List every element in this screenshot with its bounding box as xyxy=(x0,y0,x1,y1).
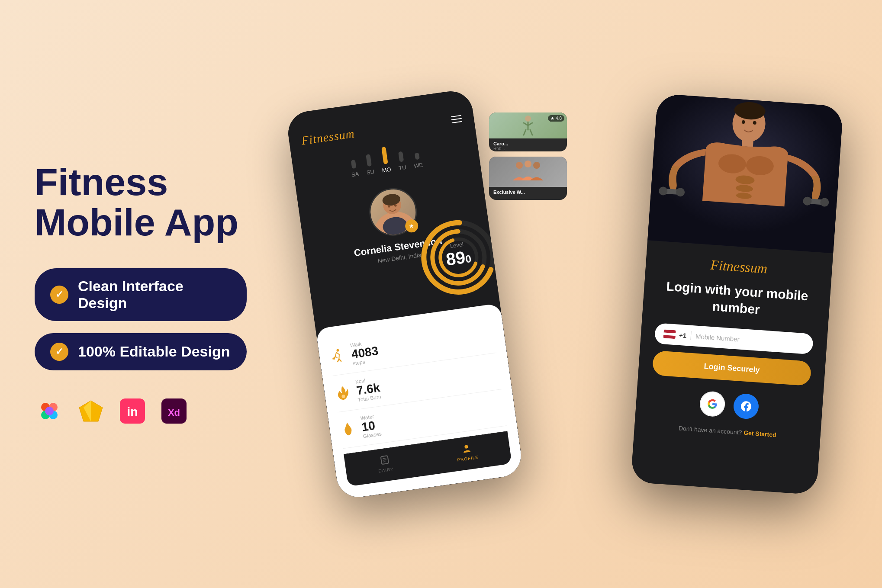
feature-label-1: Clean Interface Design xyxy=(78,278,231,312)
svg-point-33 xyxy=(525,116,531,122)
hamburger-line-1 xyxy=(451,115,461,117)
hamburger-line-3 xyxy=(452,121,462,123)
exclusive-title: Exclusive W... xyxy=(493,190,525,195)
week-tab-sa[interactable]: SA xyxy=(349,159,359,178)
profile-nav-icon xyxy=(460,441,473,455)
feature-badge-2: 100% Editable Design xyxy=(35,333,247,370)
day-label-we: WE xyxy=(413,161,423,169)
water-icon xyxy=(339,420,357,438)
tools-row: in Xd xyxy=(35,396,260,426)
tab-bar-mo xyxy=(381,146,388,164)
dairy-nav-icon xyxy=(378,453,392,467)
walk-icon xyxy=(329,347,347,365)
check-icon-1 xyxy=(50,286,68,304)
progress-ring-area: Level 890 xyxy=(409,208,507,306)
svg-line-31 xyxy=(383,461,385,462)
google-login-button[interactable] xyxy=(699,390,726,417)
svg-point-34 xyxy=(516,162,523,169)
app-title-line2: Mobile App xyxy=(35,201,238,244)
day-label-tu: TU xyxy=(398,164,406,171)
svg-line-30 xyxy=(383,459,386,460)
week-tab-we[interactable]: WE xyxy=(412,152,423,169)
tab-bar-tu xyxy=(398,151,404,162)
nav-item-profile[interactable]: PROFILE xyxy=(455,441,479,463)
check-icon-2 xyxy=(50,343,68,361)
week-tab-su[interactable]: SU xyxy=(364,154,375,176)
page-wrapper: Fitness Mobile App Clean Interface Desig… xyxy=(0,0,882,588)
phone-front-content: Fitnessum Login with your mobile number … xyxy=(631,93,843,495)
svg-rect-39 xyxy=(742,137,753,147)
svg-line-29 xyxy=(383,458,386,458)
login-content: Fitnessum Login with your mobile number … xyxy=(634,240,833,453)
svg-point-26 xyxy=(336,349,339,352)
social-login-row xyxy=(649,387,809,423)
xd-icon: Xd xyxy=(159,396,189,426)
workout-card-img-2 xyxy=(489,157,567,187)
dairy-nav-label: DAIRY xyxy=(378,466,394,473)
fire-icon xyxy=(334,384,352,402)
level-display: Level 890 xyxy=(444,240,473,269)
svg-point-32 xyxy=(464,445,468,449)
input-divider xyxy=(690,331,691,340)
workout-card-info-1: Caro... Rob... xyxy=(489,138,567,151)
workout-card-1: ★ 4.8 Caro... Rob... xyxy=(489,112,567,151)
phones-area: Fitnessum SA SU xyxy=(277,35,847,554)
feature-label-2: 100% Editable Design xyxy=(78,343,230,360)
week-tab-tu[interactable]: TU xyxy=(396,151,406,171)
phone-input-row[interactable]: +1 Mobile Number xyxy=(654,323,814,354)
login-securely-button[interactable]: Login Securely xyxy=(652,350,811,386)
hamburger-icon[interactable] xyxy=(451,115,462,123)
mobile-number-placeholder: Mobile Number xyxy=(695,332,805,347)
phone-back-content: Fitnessum SA SU xyxy=(285,88,524,500)
tab-bar-sa xyxy=(351,159,357,168)
svg-text:Xd: Xd xyxy=(168,407,180,418)
workout-card-info-2: Exclusive W... xyxy=(489,187,567,197)
svg-point-35 xyxy=(525,161,531,167)
level-value: 890 xyxy=(445,247,472,269)
signup-static-text: Don't have an account? xyxy=(679,424,742,436)
rating-value-1: 4.8 xyxy=(556,116,562,121)
day-label-sa: SA xyxy=(351,170,359,178)
get-started-link[interactable]: Get Started xyxy=(744,429,776,438)
star-icon: ★ xyxy=(550,116,554,121)
profile-nav-label: PROFILE xyxy=(457,454,479,462)
signup-prompt: Don't have an account? Get Started xyxy=(648,422,807,440)
back-app-logo: Fitnessum xyxy=(300,126,355,148)
svg-text:in: in xyxy=(127,405,138,418)
workout-cards-area: ★ 4.8 Caro... Rob... xyxy=(489,112,567,200)
workout-title-1: Caro... xyxy=(493,141,508,146)
svg-point-4 xyxy=(45,407,54,415)
login-logo: Fitnessum xyxy=(660,253,819,280)
feature-badge-1: Clean Interface Design xyxy=(35,268,247,321)
sketch-icon xyxy=(76,396,106,426)
us-flag-icon xyxy=(663,329,676,339)
back-logo-text: Fitnessum xyxy=(300,126,355,147)
day-label-su: SU xyxy=(366,168,375,176)
nav-item-dairy[interactable]: DAIRY xyxy=(376,453,394,473)
phone-back: Fitnessum SA SU xyxy=(285,88,524,500)
stats-card: Walk 4083 steps Kca xyxy=(315,303,524,500)
figma-icon xyxy=(35,396,64,426)
week-tab-mo[interactable]: MO xyxy=(379,146,391,174)
hamburger-line-2 xyxy=(451,118,462,120)
facebook-login-button[interactable] xyxy=(733,393,760,420)
rating-badge-1: ★ 4.8 xyxy=(548,115,564,122)
svg-point-36 xyxy=(533,162,540,169)
workout-author-1: Rob... xyxy=(493,146,508,151)
tab-bar-su xyxy=(366,154,372,166)
workout-card-2: Exclusive W... xyxy=(489,157,567,200)
app-title: Fitness Mobile App xyxy=(35,162,260,242)
login-title: Login with your mobile number xyxy=(657,277,817,321)
country-code: +1 xyxy=(679,331,687,339)
app-title-line1: Fitness xyxy=(35,161,168,203)
tab-bar-we xyxy=(415,152,420,160)
left-panel: Fitness Mobile App Clean Interface Desig… xyxy=(35,162,277,426)
workout-card-title-1: Caro... Rob... xyxy=(493,141,508,151)
phone-front: Fitnessum Login with your mobile number … xyxy=(631,93,843,495)
day-label-mo: MO xyxy=(382,166,392,174)
invision-icon: in xyxy=(118,396,147,426)
hero-image-area xyxy=(647,93,843,253)
